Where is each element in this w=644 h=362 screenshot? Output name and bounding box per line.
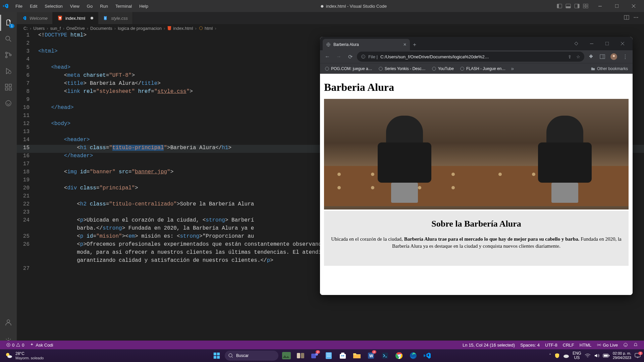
browser-minimize-button[interactable]: [584, 39, 599, 49]
browser-maximize-button[interactable]: [600, 39, 614, 49]
toggle-panel-left-icon[interactable]: [555, 2, 564, 10]
layout-controls: [555, 2, 590, 10]
overflow-icon[interactable]: »: [511, 66, 514, 72]
tray-security-icon[interactable]: [554, 353, 560, 358]
svg-point-71: [398, 355, 400, 357]
battery-icon[interactable]: [603, 354, 609, 358]
taskbar-app-word[interactable]: W2: [365, 350, 377, 362]
menu-terminal[interactable]: Terminal: [112, 2, 135, 10]
taskbar-search[interactable]: Buscar: [225, 351, 278, 361]
new-tab-button[interactable]: ＋: [410, 39, 419, 50]
principal-section: Sobre la Barbería Alura Ubicada en el co…: [324, 211, 629, 266]
tab-label: index.html: [65, 16, 85, 21]
sidepanel-icon[interactable]: [598, 52, 607, 61]
warning-icon: [16, 343, 20, 347]
bookmark-item[interactable]: Series Yonkis - Desc…: [376, 65, 428, 72]
taskbar-app-edge[interactable]: [407, 350, 419, 362]
taskbar-app-teams[interactable]: 2: [309, 350, 321, 362]
tab-welcome[interactable]: Welcome: [17, 12, 53, 24]
taskbar-app-store[interactable]: [337, 350, 349, 362]
indentation[interactable]: Spaces: 4: [518, 343, 542, 348]
notifications-bell-icon[interactable]: [631, 343, 641, 348]
start-button[interactable]: [211, 350, 223, 362]
explorer-icon[interactable]: 1: [0, 15, 16, 31]
chrome-menu-icon[interactable]: ⋮: [621, 52, 630, 61]
menu-run[interactable]: Run: [97, 2, 111, 10]
breadcrumb[interactable]: C:› Users› sun_f› OneDrive› Documents› l…: [17, 24, 644, 32]
taskbar-app-taskview[interactable]: [294, 350, 307, 362]
svg-text:i: i: [363, 55, 363, 58]
notification-center[interactable]: 2: [635, 353, 641, 358]
maximize-button[interactable]: [609, 1, 625, 11]
wifi-icon[interactable]: [585, 353, 591, 358]
svg-point-41: [461, 67, 464, 70]
run-debug-icon[interactable]: [0, 63, 16, 79]
menu-help[interactable]: Help: [136, 2, 152, 10]
browser-tab-search-icon[interactable]: [569, 39, 584, 49]
reload-button[interactable]: ⟳: [345, 52, 355, 61]
taskbar-app-notepad[interactable]: [323, 350, 335, 362]
ask-codi[interactable]: Ask Codi: [27, 343, 56, 348]
problems-indicator[interactable]: 0 0: [3, 343, 27, 348]
vscode-icon: [21, 15, 27, 21]
minimize-button[interactable]: [592, 1, 608, 11]
breadcrumb-seg: index.html: [173, 26, 193, 31]
address-bar[interactable]: i File | C:/Users/sun_f/OneDrive/Documen…: [357, 52, 584, 62]
close-button[interactable]: [626, 1, 641, 11]
accounts-icon[interactable]: [0, 314, 16, 330]
taskbar-app-vscode-alt[interactable]: [379, 350, 391, 362]
toggle-panel-right-icon[interactable]: [573, 2, 581, 10]
svg-point-32: [362, 55, 365, 59]
encoding[interactable]: UTF-8: [542, 343, 560, 348]
bookmark-item[interactable]: YouTube: [430, 65, 456, 72]
tab-style-css[interactable]: # style.css: [98, 12, 133, 24]
language-mode[interactable]: HTML: [577, 343, 594, 348]
window-title: ● index.html - Visual Studio Code: [152, 3, 555, 9]
tab-index-html[interactable]: index.html: [53, 12, 98, 24]
eol[interactable]: CRLF: [560, 343, 577, 348]
forward-button[interactable]: →: [334, 52, 343, 61]
menu-go[interactable]: Go: [84, 2, 96, 10]
go-live[interactable]: Go Live: [594, 343, 621, 348]
taskbar-app-landscape[interactable]: [280, 350, 292, 362]
cursor-position[interactable]: Ln 15, Col 24 (16 selected): [460, 343, 518, 348]
share-icon[interactable]: ⇧: [568, 54, 572, 59]
svg-point-21: [7, 320, 10, 322]
globe-icon: [378, 66, 383, 71]
weather-widget[interactable]: 28°C Mayorm. soleado: [0, 351, 48, 360]
taskbar-app-vscode[interactable]: [421, 350, 433, 362]
bookmark-item[interactable]: FLASH - Juegue en…: [458, 65, 507, 72]
other-bookmarks[interactable]: Other bookmarks: [589, 65, 630, 72]
taskbar-app-chrome[interactable]: [393, 350, 405, 362]
tray-onedrive-icon[interactable]: [563, 353, 569, 358]
volume-icon[interactable]: [594, 353, 599, 358]
back-button[interactable]: ←: [323, 52, 332, 61]
browser-tab[interactable]: Barberia Alura ✕: [323, 39, 410, 50]
toggle-panel-bottom-icon[interactable]: [564, 2, 572, 10]
search-icon[interactable]: [0, 31, 16, 47]
feedback-icon[interactable]: [621, 343, 631, 348]
browser-viewport[interactable]: Barberia Alura Sobre la Barbería Alura U…: [320, 74, 633, 295]
svg-point-44: [624, 343, 628, 347]
menu-selection[interactable]: Selection: [41, 2, 66, 10]
customize-layout-icon[interactable]: [582, 2, 590, 10]
profile-avatar[interactable]: [609, 52, 619, 61]
taskbar-app-explorer[interactable]: [351, 350, 363, 362]
codeium-icon[interactable]: [0, 95, 16, 111]
extensions-puzzle-icon[interactable]: [586, 52, 596, 61]
tray-chevron-icon[interactable]: ˄: [549, 353, 551, 358]
star-icon[interactable]: ☆: [576, 54, 580, 59]
split-editor-icon[interactable]: [624, 15, 631, 21]
bookmark-item[interactable]: POG.COM: juegue a…: [323, 65, 374, 72]
source-control-icon[interactable]: [0, 47, 16, 63]
clock[interactable]: 02:00 p. m. 29/04/2023: [613, 351, 631, 360]
menu-view[interactable]: View: [67, 2, 83, 10]
browser-close-button[interactable]: [615, 39, 630, 49]
svg-rect-49: [214, 356, 216, 359]
menu-edit[interactable]: Edit: [26, 2, 41, 10]
language-indicator[interactable]: ENGUS: [573, 351, 581, 360]
close-tab-icon[interactable]: ✕: [403, 42, 407, 47]
extensions-icon[interactable]: [0, 79, 16, 95]
menu-file[interactable]: File: [12, 2, 26, 10]
more-actions-icon[interactable]: [633, 15, 640, 21]
